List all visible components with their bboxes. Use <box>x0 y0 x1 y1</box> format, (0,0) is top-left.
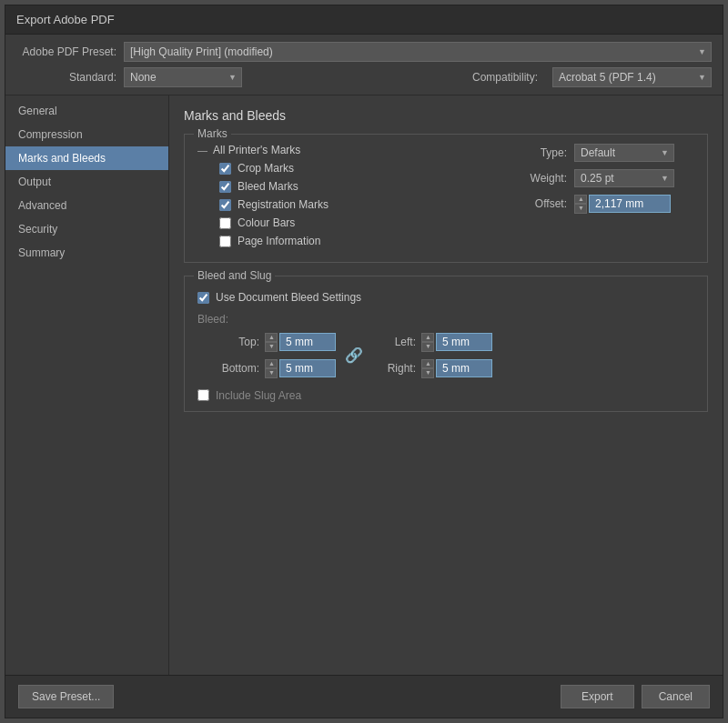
right-input-wrap: ▲ ▼ <box>421 359 492 378</box>
standard-select[interactable]: None <box>124 67 242 87</box>
offset-spinner: ▲ ▼ <box>574 195 587 214</box>
main-area: General Compression Marks and Bleeds Out… <box>5 95 723 675</box>
top-down-button[interactable]: ▼ <box>265 342 278 351</box>
marks-group: Marks — All Printer's Marks Crop Marks <box>184 134 708 263</box>
sidebar-item-summary[interactable]: Summary <box>5 241 168 265</box>
all-printers-row: — All Printer's Marks <box>197 144 494 156</box>
offset-input[interactable] <box>589 195 671 213</box>
bleed-section-label: Bleed: <box>197 313 694 326</box>
use-doc-label: Use Document Bleed Settings <box>216 291 361 304</box>
top-input[interactable] <box>279 333 336 351</box>
colour-bars-checkbox[interactable] <box>219 217 231 229</box>
bottom-right-buttons: Export Cancel <box>561 685 710 708</box>
marks-left: — All Printer's Marks Crop Marks Bleed M… <box>197 144 494 253</box>
left-label: Left: <box>372 336 416 348</box>
bleed-slug-group: Bleed and Slug Use Document Bleed Settin… <box>184 276 708 412</box>
export-pdf-dialog: Export Adobe PDF Adobe PDF Preset: [High… <box>5 5 723 718</box>
colour-bars-label: Colour Bars <box>238 216 295 229</box>
content-area: Marks and Bleeds Marks — All Printer's M… <box>169 95 723 675</box>
standard-select-wrapper[interactable]: None <box>124 67 242 87</box>
marks-group-label: Marks <box>194 127 231 140</box>
sidebar: General Compression Marks and Bleeds Out… <box>5 95 169 675</box>
right-label: Right: <box>372 362 416 375</box>
top-section: Adobe PDF Preset: [High Quality Print] (… <box>5 35 723 95</box>
bleed-fields-container: Top: ▲ ▼ Bottom: <box>216 333 694 378</box>
sidebar-item-output[interactable]: Output <box>5 170 168 194</box>
left-input-wrap: ▲ ▼ <box>421 333 492 352</box>
use-doc-checkbox[interactable] <box>197 292 209 304</box>
compat-select[interactable]: Acrobat 5 (PDF 1.4) <box>552 67 712 87</box>
sidebar-item-security[interactable]: Security <box>5 217 168 241</box>
left-input[interactable] <box>436 333 492 351</box>
weight-label: Weight: <box>512 172 567 185</box>
preset-select-wrapper[interactable]: [High Quality Print] (modified) <box>124 42 712 62</box>
preset-label: Adobe PDF Preset: <box>16 45 116 58</box>
left-up-button[interactable]: ▲ <box>421 333 434 342</box>
bottom-spinner: ▲ ▼ <box>265 359 278 378</box>
crop-marks-label: Crop Marks <box>238 162 294 175</box>
preset-select[interactable]: [High Quality Print] (modified) <box>124 42 712 62</box>
sidebar-item-marks-bleeds[interactable]: Marks and Bleeds <box>5 146 168 170</box>
offset-down-button[interactable]: ▼ <box>574 204 587 213</box>
bleed-slug-content: Use Document Bleed Settings Bleed: Top: … <box>197 286 694 402</box>
registration-marks-row: Registration Marks <box>219 198 494 211</box>
export-button[interactable]: Export <box>561 685 634 708</box>
include-slug-label: Include Slug Area <box>216 389 301 402</box>
bottom-label: Bottom: <box>216 362 259 375</box>
top-label: Top: <box>216 336 259 348</box>
page-info-checkbox[interactable] <box>219 236 231 247</box>
type-select[interactable]: Default <box>574 144 674 162</box>
registration-marks-checkbox[interactable] <box>219 199 231 211</box>
minus-icon: — <box>197 145 207 156</box>
type-select-wrapper[interactable]: Default <box>574 144 674 162</box>
page-info-label: Page Information <box>238 235 320 247</box>
include-slug-checkbox[interactable] <box>197 389 209 401</box>
marks-right: Type: Default Weight: 0.25 p <box>512 144 694 253</box>
crop-marks-checkbox[interactable] <box>219 163 231 175</box>
right-input[interactable] <box>436 359 492 377</box>
bottom-input-wrap: ▲ ▼ <box>265 359 336 378</box>
bleed-marks-label: Bleed Marks <box>238 180 298 193</box>
sidebar-item-general[interactable]: General <box>5 99 168 123</box>
bleed-marks-checkbox[interactable] <box>219 181 231 193</box>
top-spinner: ▲ ▼ <box>265 333 278 352</box>
section-title: Marks and Bleeds <box>184 108 708 123</box>
bottom-down-button[interactable]: ▼ <box>265 368 278 377</box>
bleed-slug-label: Bleed and Slug <box>194 269 275 282</box>
top-up-button[interactable]: ▲ <box>265 333 278 342</box>
weight-row: Weight: 0.25 pt <box>512 169 694 187</box>
left-spinner: ▲ ▼ <box>421 333 434 352</box>
bleed-left-col: Top: ▲ ▼ Bottom: <box>216 333 336 378</box>
top-input-wrap: ▲ ▼ <box>265 333 336 352</box>
weight-select[interactable]: 0.25 pt <box>574 169 674 187</box>
right-down-button[interactable]: ▼ <box>421 368 434 377</box>
save-preset-button[interactable]: Save Preset... <box>18 685 114 708</box>
sidebar-item-compression[interactable]: Compression <box>5 123 168 146</box>
bottom-bar: Save Preset... Export Cancel <box>5 675 723 718</box>
registration-marks-label: Registration Marks <box>238 198 329 211</box>
crop-marks-row: Crop Marks <box>219 162 494 175</box>
right-field-row: Right: ▲ ▼ <box>372 359 492 378</box>
offset-input-wrap: ▲ ▼ <box>574 195 671 214</box>
type-row: Type: Default <box>512 144 694 162</box>
bleed-marks-row: Bleed Marks <box>219 180 494 193</box>
offset-row: Offset: ▲ ▼ <box>512 195 694 214</box>
bottom-input[interactable] <box>279 359 336 377</box>
use-doc-row: Use Document Bleed Settings <box>197 291 694 304</box>
sidebar-item-advanced[interactable]: Advanced <box>5 194 168 217</box>
page-info-row: Page Information <box>219 235 494 247</box>
all-printers-label: All Printer's Marks <box>213 144 300 156</box>
right-up-button[interactable]: ▲ <box>421 359 434 368</box>
compat-select-wrapper[interactable]: Acrobat 5 (PDF 1.4) <box>552 67 712 87</box>
left-down-button[interactable]: ▼ <box>421 342 434 351</box>
colour-bars-row: Colour Bars <box>219 216 494 229</box>
link-icon: 🔗 <box>345 346 363 364</box>
dialog-title: Export Adobe PDF <box>16 13 115 26</box>
offset-up-button[interactable]: ▲ <box>574 195 587 204</box>
right-spinner: ▲ ▼ <box>421 359 434 378</box>
bottom-up-button[interactable]: ▲ <box>265 359 278 368</box>
weight-select-wrapper[interactable]: 0.25 pt <box>574 169 674 187</box>
bleed-right-col: Left: ▲ ▼ Right: <box>372 333 492 378</box>
cancel-button[interactable]: Cancel <box>642 685 710 708</box>
bottom-field-row: Bottom: ▲ ▼ <box>216 359 336 378</box>
